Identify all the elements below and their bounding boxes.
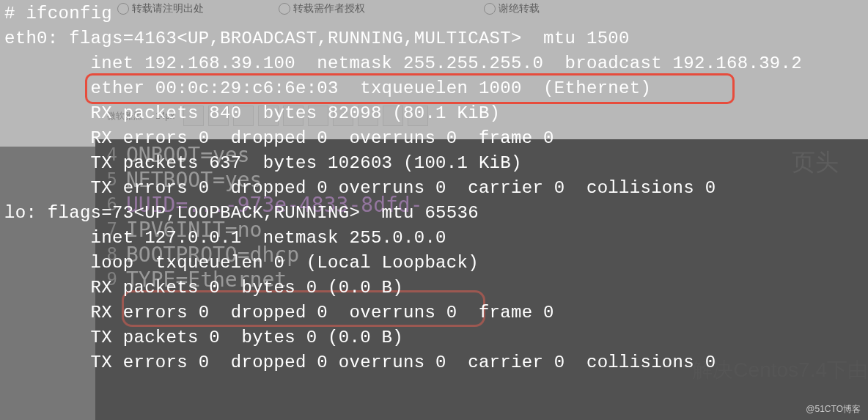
terminal-line: TX errors 0 dropped 0 overruns 0 carrier… — [4, 176, 864, 201]
watermark: @51CTO博客 — [806, 403, 861, 416]
terminal-line: # ifconfig — [4, 1, 864, 26]
terminal-line: eth0: flags=4163<UP,BROADCAST,RUNNING,MU… — [4, 26, 864, 51]
terminal-output: # ifconfigeth0: flags=4163<UP,BROADCAST,… — [0, 0, 868, 420]
terminal-line: RX packets 0 bytes 0 (0.0 B) — [4, 276, 864, 301]
terminal-line: ether 00:0c:29:c6:6e:03 txqueuelen 1000 … — [4, 76, 864, 101]
terminal-line: TX packets 0 bytes 0 (0.0 B) — [4, 325, 864, 350]
terminal-line: loop txqueuelen 0 (Local Loopback) — [4, 251, 864, 276]
terminal-line: RX errors 0 dropped 0 overruns 0 frame 0 — [4, 126, 864, 151]
terminal-line: RX errors 0 dropped 0 overruns 0 frame 0 — [4, 301, 864, 325]
terminal-line: lo: flags=73<UP,LOOPBACK,RUNNING> mtu 65… — [4, 201, 864, 226]
terminal-line: TX packets 637 bytes 102603 (100.1 KiB) — [4, 151, 864, 176]
terminal-line: inet 192.168.39.100 netmask 255.255.255.… — [4, 51, 864, 76]
terminal-line: inet 127.0.0.1 netmask 255.0.0.0 — [4, 226, 864, 251]
terminal-line: TX errors 0 dropped 0 overruns 0 carrier… — [4, 350, 864, 375]
terminal-line: RX packets 840 bytes 82098 (80.1 KiB) — [4, 101, 864, 126]
